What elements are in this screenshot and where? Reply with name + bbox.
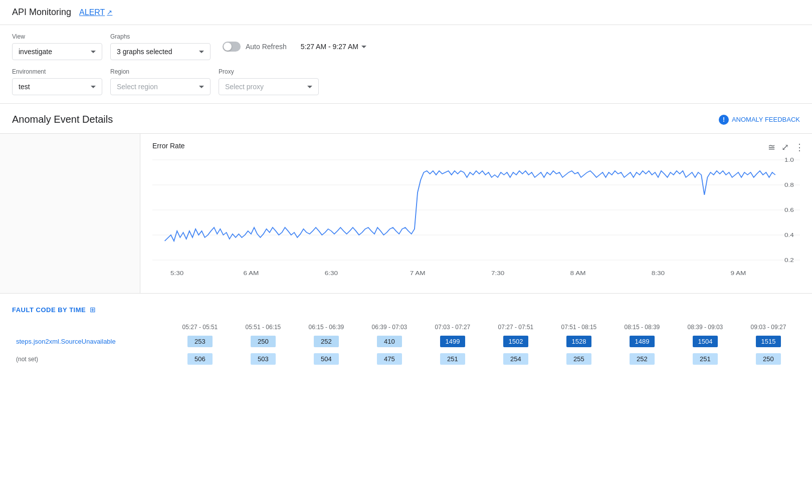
cell-0-7: 1489 [611,333,674,350]
controls-row-1: View investigate Graphs 3 graphs selecte… [12,33,800,60]
svg-text:6:30: 6:30 [325,270,338,276]
chart-right-panel: Error Rate ≅ ⤢ ⋮ 1.0 0.8 0.6 0.4 0.2 5:3… [140,134,812,293]
auto-refresh-container: Auto Refresh [223,42,287,52]
controls-panel: View investigate Graphs 3 graphs selecte… [0,25,812,104]
chevron-down-icon [199,86,204,88]
col-header-1: 05:51 - 06:15 [232,322,295,333]
svg-text:7:30: 7:30 [491,270,504,276]
cell-0-0: 253 [168,333,232,350]
table-row: steps.json2xml.SourceUnavailable 253 250… [12,333,800,350]
svg-text:9 AM: 9 AM [731,270,746,276]
feedback-icon: ! [719,115,729,125]
col-header-3: 06:39 - 07:03 [358,322,421,333]
col-header-9: 09:03 - 09:27 [737,322,800,333]
graphs-dropdown[interactable]: 3 graphs selected [110,43,211,60]
cell-1-8: 251 [674,350,737,368]
cell-0-5: 1502 [484,333,547,350]
cell-0-3: 410 [358,333,421,350]
col-header-5: 07:27 - 07:51 [484,322,547,333]
fault-table-title: FAULT CODE BY TIME [12,306,86,314]
expand-icon[interactable]: ⤢ [781,142,789,153]
environment-label: Environment [12,68,102,75]
proxy-dropdown[interactable]: Select proxy [219,78,319,95]
chevron-down-icon [91,86,96,88]
legend-icon[interactable]: ≅ [768,142,775,153]
view-control: View investigate [12,33,102,60]
cell-1-3: 475 [358,350,421,368]
table-row: (not set) 506 503 504 475 251 254 255 25… [12,350,800,368]
svg-text:0.4: 0.4 [784,232,794,238]
page-header: API Monitoring ALERT ↗ [0,0,812,25]
chart-left-panel [0,134,140,293]
chart-toolbar: ≅ ⤢ ⋮ [768,142,804,153]
alert-link[interactable]: ALERT ↗ [79,8,112,17]
view-label: View [12,33,102,40]
environment-control: Environment test [12,68,102,95]
cell-1-6: 255 [547,350,611,368]
proxy-label: Proxy [219,68,319,75]
time-range-picker[interactable]: 5:27 AM - 9:27 AM [301,43,366,51]
svg-text:7 AM: 7 AM [410,270,426,276]
region-control: Region Select region [110,68,211,95]
anomaly-feedback-button[interactable]: ! ANOMALY FEEDBACK [719,115,800,125]
anomaly-header: Anomaly Event Details ! ANOMALY FEEDBACK [12,114,800,125]
chevron-down-icon [361,46,366,48]
fault-section: FAULT CODE BY TIME ⊞ 05:27 - 05:51 05:51… [0,294,812,380]
auto-refresh-label: Auto Refresh [246,43,287,51]
chevron-down-icon [91,51,96,53]
cell-1-5: 254 [484,350,547,368]
chart-area: Error Rate ≅ ⤢ ⋮ 1.0 0.8 0.6 0.4 0.2 5:3… [0,133,812,294]
error-rate-chart: 1.0 0.8 0.6 0.4 0.2 5:30 6 AM 6:30 7 AM … [152,150,800,280]
row-label-0: steps.json2xml.SourceUnavailable [12,333,168,350]
controls-row-2: Environment test Region Select region Pr… [12,68,800,95]
col-header-0: 05:27 - 05:51 [168,322,232,333]
cell-1-1: 503 [232,350,295,368]
svg-text:5:30: 5:30 [170,270,183,276]
more-options-icon[interactable]: ⋮ [795,142,804,153]
toggle-knob [224,43,232,51]
auto-refresh-toggle[interactable] [223,42,241,52]
cell-0-8: 1504 [674,333,737,350]
cell-1-7: 252 [611,350,674,368]
graphs-label: Graphs [110,33,211,40]
col-header-8: 08:39 - 09:03 [674,322,737,333]
col-header-7: 08:15 - 08:39 [611,322,674,333]
cell-0-9: 1515 [737,333,800,350]
svg-text:1.0: 1.0 [784,157,794,163]
svg-text:8:30: 8:30 [652,270,665,276]
cell-0-1: 250 [232,333,295,350]
svg-text:0.8: 0.8 [784,182,794,188]
chevron-down-icon [199,51,204,53]
cell-0-4: 1499 [421,333,484,350]
cell-1-4: 251 [421,350,484,368]
svg-text:0.6: 0.6 [784,207,794,213]
export-icon[interactable]: ⊞ [90,306,96,314]
cell-1-0: 506 [168,350,232,368]
page-title: API Monitoring [12,7,71,18]
svg-text:0.2: 0.2 [784,257,794,263]
fault-table-header: FAULT CODE BY TIME ⊞ [12,306,800,314]
fault-table: 05:27 - 05:51 05:51 - 06:15 06:15 - 06:3… [12,322,800,368]
external-link-icon: ↗ [107,9,112,16]
environment-dropdown[interactable]: test [12,78,102,95]
anomaly-section: Anomaly Event Details ! ANOMALY FEEDBACK [0,104,812,125]
region-label: Region [110,68,211,75]
region-dropdown[interactable]: Select region [110,78,211,95]
cell-1-2: 504 [295,350,358,368]
table-header-row: 05:27 - 05:51 05:51 - 06:15 06:15 - 06:3… [12,322,800,333]
view-dropdown[interactable]: investigate [12,43,102,60]
cell-0-6: 1528 [547,333,611,350]
anomaly-title: Anomaly Event Details [12,114,113,125]
graphs-control: Graphs 3 graphs selected [110,33,211,60]
proxy-control: Proxy Select proxy [219,68,319,95]
col-header-2: 06:15 - 06:39 [295,322,358,333]
row-label-1: (not set) [12,350,168,368]
col-header-6: 07:51 - 08:15 [547,322,611,333]
cell-0-2: 252 [295,333,358,350]
chevron-down-icon [307,86,312,88]
col-header-label [12,322,168,333]
svg-text:6 AM: 6 AM [243,270,259,276]
chart-title: Error Rate [152,142,185,150]
cell-1-9: 250 [737,350,800,368]
col-header-4: 07:03 - 07:27 [421,322,484,333]
